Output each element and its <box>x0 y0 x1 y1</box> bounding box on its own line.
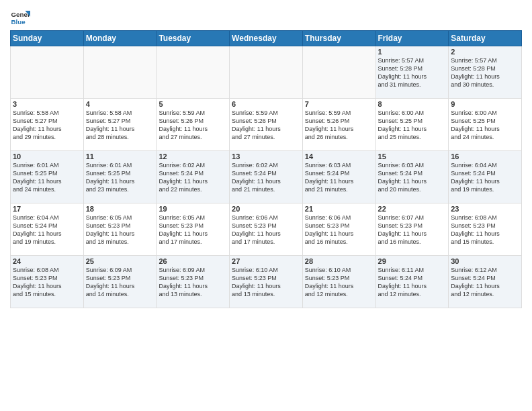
day-number: 12 <box>159 152 227 161</box>
calendar-cell: 25Sunrise: 6:09 AM Sunset: 5:23 PM Dayli… <box>83 256 157 308</box>
day-info: Sunrise: 6:00 AM Sunset: 5:25 PM Dayligh… <box>451 109 519 142</box>
day-number: 3 <box>13 100 81 108</box>
day-info: Sunrise: 6:01 AM Sunset: 5:25 PM Dayligh… <box>86 161 154 194</box>
calendar-cell: 16Sunrise: 6:04 AM Sunset: 5:24 PM Dayli… <box>449 151 522 203</box>
calendar-week-3: 10Sunrise: 6:01 AM Sunset: 5:25 PM Dayli… <box>11 151 522 203</box>
calendar-cell: 24Sunrise: 6:08 AM Sunset: 5:23 PM Dayli… <box>11 256 84 308</box>
day-number: 20 <box>232 205 300 213</box>
calendar-cell: 19Sunrise: 6:05 AM Sunset: 5:23 PM Dayli… <box>157 203 230 256</box>
day-info: Sunrise: 6:09 AM Sunset: 5:23 PM Dayligh… <box>159 266 227 299</box>
day-number: 16 <box>451 152 519 161</box>
day-info: Sunrise: 6:03 AM Sunset: 5:24 PM Dayligh… <box>305 161 373 194</box>
day-info: Sunrise: 6:05 AM Sunset: 5:23 PM Dayligh… <box>159 214 227 246</box>
day-number: 5 <box>159 100 227 108</box>
calendar-cell: 14Sunrise: 6:03 AM Sunset: 5:24 PM Dayli… <box>302 151 375 203</box>
day-info: Sunrise: 6:04 AM Sunset: 5:24 PM Dayligh… <box>13 214 81 246</box>
day-info: Sunrise: 6:00 AM Sunset: 5:25 PM Dayligh… <box>378 109 447 142</box>
day-info: Sunrise: 5:58 AM Sunset: 5:27 PM Dayligh… <box>13 109 81 142</box>
day-number: 18 <box>86 205 154 213</box>
day-number: 4 <box>86 100 154 108</box>
day-number: 1 <box>378 48 447 56</box>
day-info: Sunrise: 6:01 AM Sunset: 5:25 PM Dayligh… <box>13 161 81 194</box>
day-number: 10 <box>13 152 81 161</box>
calendar-cell: 22Sunrise: 6:07 AM Sunset: 5:23 PM Dayli… <box>375 203 449 256</box>
day-info: Sunrise: 6:10 AM Sunset: 5:23 PM Dayligh… <box>305 266 373 299</box>
calendar-week-4: 17Sunrise: 6:04 AM Sunset: 5:24 PM Dayli… <box>11 203 522 256</box>
calendar-week-1: 1Sunrise: 5:57 AM Sunset: 5:28 PM Daylig… <box>11 46 522 99</box>
day-info: Sunrise: 6:10 AM Sunset: 5:23 PM Dayligh… <box>232 266 300 299</box>
day-number: 19 <box>159 205 227 213</box>
calendar-header: SundayMondayTuesdayWednesdayThursdayFrid… <box>11 31 522 46</box>
calendar-cell: 2Sunrise: 5:57 AM Sunset: 5:28 PM Daylig… <box>449 46 522 99</box>
day-info: Sunrise: 6:09 AM Sunset: 5:23 PM Dayligh… <box>86 266 154 299</box>
header-day-saturday: Saturday <box>449 31 522 46</box>
calendar-cell: 29Sunrise: 6:11 AM Sunset: 5:24 PM Dayli… <box>375 256 449 308</box>
calendar-cell: 26Sunrise: 6:09 AM Sunset: 5:23 PM Dayli… <box>157 256 230 308</box>
calendar-cell: 10Sunrise: 6:01 AM Sunset: 5:25 PM Dayli… <box>11 151 84 203</box>
calendar-cell <box>157 46 230 99</box>
calendar-cell: 5Sunrise: 5:59 AM Sunset: 5:26 PM Daylig… <box>157 99 230 151</box>
header-day-monday: Monday <box>83 31 157 46</box>
calendar-cell: 17Sunrise: 6:04 AM Sunset: 5:24 PM Dayli… <box>11 203 84 256</box>
day-number: 28 <box>305 257 373 265</box>
day-number: 29 <box>378 257 447 265</box>
calendar-cell: 4Sunrise: 5:58 AM Sunset: 5:27 PM Daylig… <box>83 99 157 151</box>
day-number: 14 <box>305 152 373 161</box>
day-number: 2 <box>451 48 519 56</box>
calendar-cell: 30Sunrise: 6:12 AM Sunset: 5:24 PM Dayli… <box>449 256 522 308</box>
calendar-cell: 21Sunrise: 6:06 AM Sunset: 5:23 PM Dayli… <box>302 203 375 256</box>
header-day-tuesday: Tuesday <box>157 31 230 46</box>
calendar-cell: 18Sunrise: 6:05 AM Sunset: 5:23 PM Dayli… <box>83 203 157 256</box>
day-number: 13 <box>232 152 300 161</box>
calendar-cell: 3Sunrise: 5:58 AM Sunset: 5:27 PM Daylig… <box>11 99 84 151</box>
day-info: Sunrise: 5:59 AM Sunset: 5:26 PM Dayligh… <box>232 109 300 142</box>
calendar-week-2: 3Sunrise: 5:58 AM Sunset: 5:27 PM Daylig… <box>11 99 522 151</box>
calendar-cell: 7Sunrise: 5:59 AM Sunset: 5:26 PM Daylig… <box>302 99 375 151</box>
day-number: 23 <box>451 205 519 213</box>
calendar-cell: 12Sunrise: 6:02 AM Sunset: 5:24 PM Dayli… <box>157 151 230 203</box>
day-number: 30 <box>451 257 519 265</box>
day-info: Sunrise: 6:12 AM Sunset: 5:24 PM Dayligh… <box>451 266 519 299</box>
day-number: 17 <box>13 205 81 213</box>
logo: General Blue <box>10 7 33 27</box>
calendar-body: 1Sunrise: 5:57 AM Sunset: 5:28 PM Daylig… <box>11 46 522 308</box>
calendar-cell: 23Sunrise: 6:08 AM Sunset: 5:23 PM Dayli… <box>449 203 522 256</box>
header-row-days: SundayMondayTuesdayWednesdayThursdayFrid… <box>11 31 522 46</box>
calendar-cell: 27Sunrise: 6:10 AM Sunset: 5:23 PM Dayli… <box>230 256 303 308</box>
day-number: 15 <box>378 152 447 161</box>
day-info: Sunrise: 6:08 AM Sunset: 5:23 PM Dayligh… <box>451 214 519 246</box>
calendar-cell: 1Sunrise: 5:57 AM Sunset: 5:28 PM Daylig… <box>375 46 449 99</box>
day-number: 24 <box>13 257 81 265</box>
day-info: Sunrise: 6:02 AM Sunset: 5:24 PM Dayligh… <box>232 161 300 194</box>
day-number: 6 <box>232 100 300 108</box>
calendar-cell: 6Sunrise: 5:59 AM Sunset: 5:26 PM Daylig… <box>230 99 303 151</box>
day-info: Sunrise: 6:02 AM Sunset: 5:24 PM Dayligh… <box>159 161 227 194</box>
header-day-friday: Friday <box>375 31 449 46</box>
calendar-week-5: 24Sunrise: 6:08 AM Sunset: 5:23 PM Dayli… <box>11 256 522 308</box>
calendar-cell <box>11 46 84 99</box>
header-row: General Blue <box>10 7 522 27</box>
day-info: Sunrise: 6:11 AM Sunset: 5:24 PM Dayligh… <box>378 266 447 299</box>
day-info: Sunrise: 5:59 AM Sunset: 5:26 PM Dayligh… <box>159 109 227 142</box>
calendar-cell: 28Sunrise: 6:10 AM Sunset: 5:23 PM Dayli… <box>302 256 375 308</box>
day-info: Sunrise: 5:59 AM Sunset: 5:26 PM Dayligh… <box>305 109 373 142</box>
calendar-cell <box>230 46 303 99</box>
logo-icon: General Blue <box>10 7 30 27</box>
header-day-thursday: Thursday <box>302 31 375 46</box>
day-number: 11 <box>86 152 154 161</box>
day-info: Sunrise: 6:06 AM Sunset: 5:23 PM Dayligh… <box>232 214 300 246</box>
calendar-cell: 20Sunrise: 6:06 AM Sunset: 5:23 PM Dayli… <box>230 203 303 256</box>
svg-text:Blue: Blue <box>11 18 26 26</box>
day-info: Sunrise: 6:04 AM Sunset: 5:24 PM Dayligh… <box>451 161 519 194</box>
day-info: Sunrise: 6:05 AM Sunset: 5:23 PM Dayligh… <box>86 214 154 246</box>
day-number: 25 <box>86 257 154 265</box>
day-info: Sunrise: 6:07 AM Sunset: 5:23 PM Dayligh… <box>378 214 447 246</box>
day-number: 27 <box>232 257 300 265</box>
calendar-cell: 15Sunrise: 6:03 AM Sunset: 5:24 PM Dayli… <box>375 151 449 203</box>
day-number: 21 <box>305 205 373 213</box>
calendar-cell: 13Sunrise: 6:02 AM Sunset: 5:24 PM Dayli… <box>230 151 303 203</box>
main-container: General Blue SundayMondayTuesdayWednesda… <box>0 0 532 312</box>
day-info: Sunrise: 6:08 AM Sunset: 5:23 PM Dayligh… <box>13 266 81 299</box>
calendar-cell <box>302 46 375 99</box>
calendar-cell <box>83 46 157 99</box>
